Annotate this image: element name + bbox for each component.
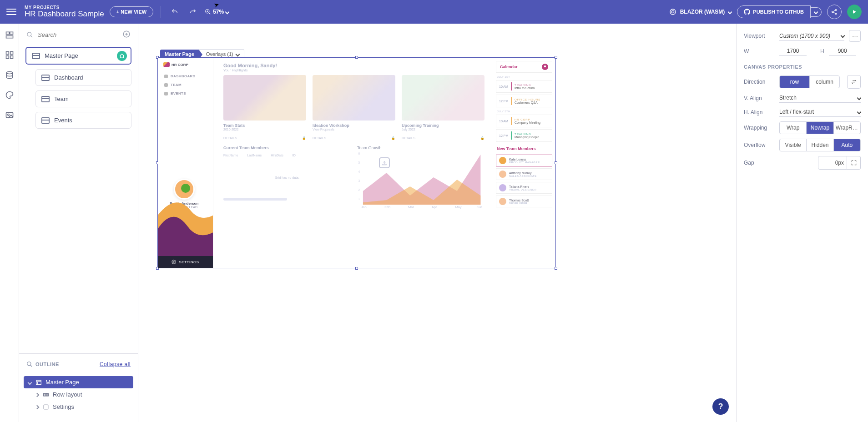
home-badge <box>117 51 127 61</box>
pv-team-growth: Team Growth 654321 <box>357 146 484 209</box>
illustration <box>402 75 484 121</box>
gap-expand-button[interactable] <box>847 156 861 170</box>
overflow-auto-option[interactable]: Auto <box>834 139 860 151</box>
github-icon <box>744 9 750 15</box>
avatar <box>499 198 506 205</box>
search-input[interactable] <box>37 31 119 39</box>
page-team[interactable]: Team <box>35 90 131 107</box>
gap-label: Gap <box>744 160 775 166</box>
pv-date-label: JULY 1ST <box>497 75 552 78</box>
expand-icon <box>851 160 857 166</box>
viewport-more-button[interactable]: ⋯ <box>849 30 861 42</box>
halign-select[interactable]: Left / flex-start <box>779 107 861 117</box>
search-icon <box>26 361 33 367</box>
bell-icon <box>542 64 548 70</box>
pv-settings-bar: SETTINGS <box>158 256 213 268</box>
collapse-all-link[interactable]: Collapse all <box>100 361 131 367</box>
svg-text:Jun: Jun <box>477 205 482 209</box>
valign-select[interactable]: Stretch <box>779 93 861 103</box>
illustration <box>313 75 395 121</box>
help-button[interactable]: ? <box>712 398 729 415</box>
page-master[interactable]: Master Page <box>25 47 131 65</box>
framework-select[interactable]: BLAZOR (WASM) <box>669 8 732 15</box>
pv-nav: DASHBOARD TEAM EVENTS <box>158 71 213 98</box>
pv-current-members: Current Team Members FirstNameLastNameHi… <box>223 146 351 209</box>
outline-row-layout[interactable]: Row layout <box>24 388 133 401</box>
rail-theme-icon[interactable] <box>5 90 15 100</box>
breadcrumb-my-projects[interactable]: MY PROJECTS <box>25 5 104 10</box>
undo-button[interactable] <box>168 5 181 18</box>
canvas-master-page[interactable]: HR CORP DASHBOARD TEAM EVENTS Sandy Ande… <box>157 57 556 268</box>
svg-text:4: 4 <box>358 170 360 174</box>
halign-label: H. Align <box>744 109 775 116</box>
height-label: H <box>820 48 824 55</box>
pv-decorative-wave <box>158 183 213 256</box>
logo-mark-icon <box>163 62 170 67</box>
svg-text:Apr: Apr <box>432 205 437 209</box>
overflow-visible-option[interactable]: Visible <box>780 139 807 151</box>
direction-row-option[interactable]: row <box>780 76 810 88</box>
nowrap-option[interactable]: Nowrap <box>807 122 833 134</box>
svg-text:2: 2 <box>358 188 360 192</box>
wrap-option[interactable]: Wrap <box>780 122 807 134</box>
svg-point-5 <box>671 10 674 13</box>
chevron-down-icon <box>225 10 230 14</box>
outline-master-page[interactable]: Master Page <box>24 376 133 388</box>
svg-point-18 <box>6 72 12 74</box>
gap-input[interactable] <box>818 156 847 170</box>
rail-assets-icon[interactable] <box>5 110 15 120</box>
svg-text:6: 6 <box>358 151 360 156</box>
pv-logo: HR CORP <box>158 58 213 71</box>
avatar <box>499 171 506 178</box>
target-icon <box>669 8 676 15</box>
publish-to-github-button[interactable]: PUBLISH TO GITHUB <box>737 5 811 18</box>
pv-greeting-sub: Your Highlights <box>223 68 484 72</box>
redo-button[interactable] <box>187 5 199 18</box>
svg-point-20 <box>7 114 9 116</box>
direction-swap-button[interactable] <box>847 75 861 89</box>
height-input[interactable] <box>829 46 856 56</box>
pv-nav-team: TEAM <box>164 83 207 87</box>
avatar <box>499 184 506 191</box>
viewport-select[interactable]: Custom (1700 x 900) <box>779 31 844 41</box>
page-icon <box>32 53 40 59</box>
pv-member: Tatiana RiversVISUAL DESIGNER <box>496 182 552 194</box>
hamburger-menu-button[interactable] <box>6 9 16 15</box>
pv-card-ideation: Ideation WorkshopView Proposals DETAILS🔒 <box>313 75 395 140</box>
publish-dropdown[interactable] <box>811 7 822 17</box>
chevron-down-icon <box>235 52 240 56</box>
outline-header: OUTLINE <box>35 362 59 367</box>
svg-rect-33 <box>47 393 48 396</box>
svg-rect-12 <box>10 32 13 34</box>
page-events[interactable]: Events <box>35 112 131 129</box>
pv-greeting: Good Morning, Sandy! <box>223 63 484 68</box>
wrapping-label: Wrapping <box>744 125 775 131</box>
overflow-hidden-option[interactable]: Hidden <box>807 139 833 151</box>
add-page-button[interactable] <box>122 30 131 40</box>
share-button[interactable] <box>827 5 842 19</box>
pv-event: 10 AMTRAININGIntro to Scrum <box>496 80 552 93</box>
new-view-button[interactable]: + NEW VIEW <box>110 6 153 17</box>
wrapreverse-option[interactable]: WrapRe… <box>834 122 860 134</box>
zoom-control[interactable]: 57% <box>205 9 229 15</box>
outline-settings[interactable]: Settings <box>24 401 133 413</box>
rail-data-icon[interactable] <box>5 70 15 80</box>
svg-point-21 <box>27 32 31 36</box>
rail-boxes-icon[interactable] <box>5 30 15 40</box>
chevron-down-icon <box>841 34 845 38</box>
page-dashboard[interactable]: Dashboard <box>35 69 131 86</box>
svg-text:5: 5 <box>358 161 360 165</box>
svg-rect-17 <box>10 56 13 59</box>
share-icon <box>831 9 838 15</box>
svg-rect-36 <box>383 164 386 165</box>
project-title: HR Dashboard Sample <box>25 10 104 19</box>
canvas-properties-header: CANVAS PROPERTIES <box>744 64 861 70</box>
chevron-right-icon <box>35 405 39 410</box>
pv-calendar-header: Calendar <box>496 61 552 73</box>
svg-text:Feb: Feb <box>384 205 390 209</box>
direction-column-option[interactable]: column <box>810 76 839 88</box>
preview-button[interactable] <box>847 5 862 19</box>
page-icon <box>41 75 50 81</box>
rail-components-icon[interactable] <box>5 50 15 60</box>
width-input[interactable] <box>779 46 807 56</box>
